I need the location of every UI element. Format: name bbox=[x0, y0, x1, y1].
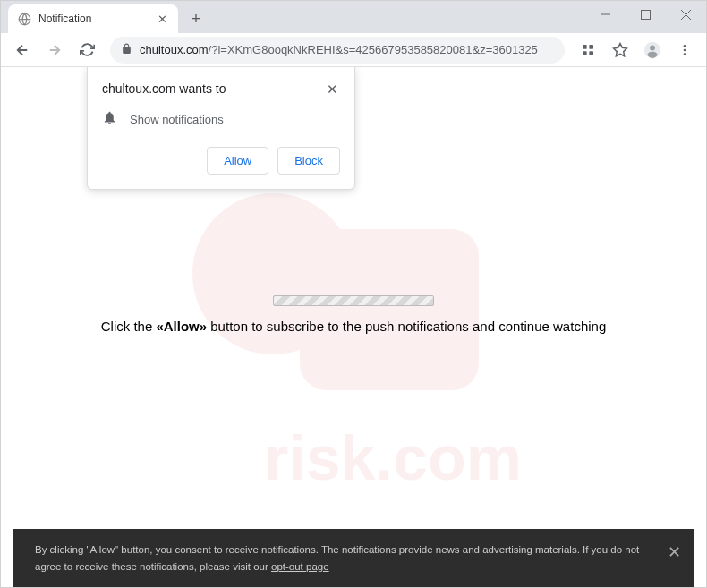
tab-title: Notification bbox=[38, 13, 155, 25]
bell-icon bbox=[102, 110, 117, 129]
window-controls bbox=[585, 1, 706, 28]
popup-title: chultoux.com wants to bbox=[102, 81, 226, 96]
svg-point-12 bbox=[684, 45, 686, 47]
lock-icon bbox=[121, 43, 132, 57]
address-bar[interactable]: chultoux.com/?l=XKmG8ooqkNkREHI&s=425667… bbox=[110, 37, 565, 64]
page-content: risk.com chultoux.com wants to ✕ Show no… bbox=[1, 67, 706, 587]
instruction-text: Click the «Allow» button to subscribe to… bbox=[1, 319, 706, 334]
bookmark-icon[interactable] bbox=[606, 36, 635, 64]
close-window-button[interactable] bbox=[666, 1, 706, 28]
cookie-text: By clicking "Allow" button, you consent … bbox=[35, 544, 639, 571]
title-bar: Notification ✕ + bbox=[1, 1, 706, 33]
forward-button[interactable] bbox=[40, 36, 69, 64]
close-icon[interactable]: ✕ bbox=[324, 81, 340, 98]
block-button[interactable]: Block bbox=[277, 147, 340, 175]
svg-point-13 bbox=[684, 48, 686, 51]
maximize-button[interactable] bbox=[626, 1, 666, 28]
progress-bar bbox=[273, 295, 434, 306]
toolbar: chultoux.com/?l=XKmG8ooqkNkREHI&s=425667… bbox=[1, 33, 706, 67]
svg-rect-6 bbox=[589, 45, 593, 49]
profile-icon[interactable] bbox=[638, 36, 667, 64]
svg-point-11 bbox=[650, 45, 655, 50]
browser-window: Notification ✕ + bbox=[0, 0, 707, 588]
allow-button[interactable]: Allow bbox=[207, 147, 268, 175]
main-content: Click the «Allow» button to subscribe to… bbox=[1, 295, 706, 334]
cookie-banner: ✕ By clicking "Allow" button, you consen… bbox=[13, 529, 694, 587]
extensions-icon[interactable] bbox=[574, 36, 602, 64]
menu-icon[interactable] bbox=[670, 36, 699, 64]
permission-popup: chultoux.com wants to ✕ Show notificatio… bbox=[87, 67, 355, 190]
back-button[interactable] bbox=[8, 36, 37, 64]
popup-body-text: Show notifications bbox=[130, 113, 224, 126]
browser-tab[interactable]: Notification ✕ bbox=[8, 4, 178, 33]
close-icon[interactable]: ✕ bbox=[668, 540, 681, 566]
globe-icon bbox=[17, 12, 31, 26]
url-text: chultoux.com/?l=XKmG8ooqkNkREHI&s=425667… bbox=[140, 43, 554, 56]
svg-rect-7 bbox=[583, 51, 587, 55]
minimize-button[interactable] bbox=[585, 1, 626, 28]
reload-button[interactable] bbox=[72, 36, 101, 64]
opt-out-link[interactable]: opt-out page bbox=[271, 561, 329, 572]
svg-rect-8 bbox=[589, 51, 593, 55]
svg-rect-2 bbox=[642, 10, 651, 19]
svg-point-14 bbox=[684, 53, 686, 55]
svg-text:risk.com: risk.com bbox=[264, 423, 522, 493]
close-icon[interactable]: ✕ bbox=[155, 12, 169, 26]
svg-marker-9 bbox=[614, 43, 627, 55]
new-tab-button[interactable]: + bbox=[183, 6, 209, 31]
svg-rect-5 bbox=[583, 45, 587, 49]
